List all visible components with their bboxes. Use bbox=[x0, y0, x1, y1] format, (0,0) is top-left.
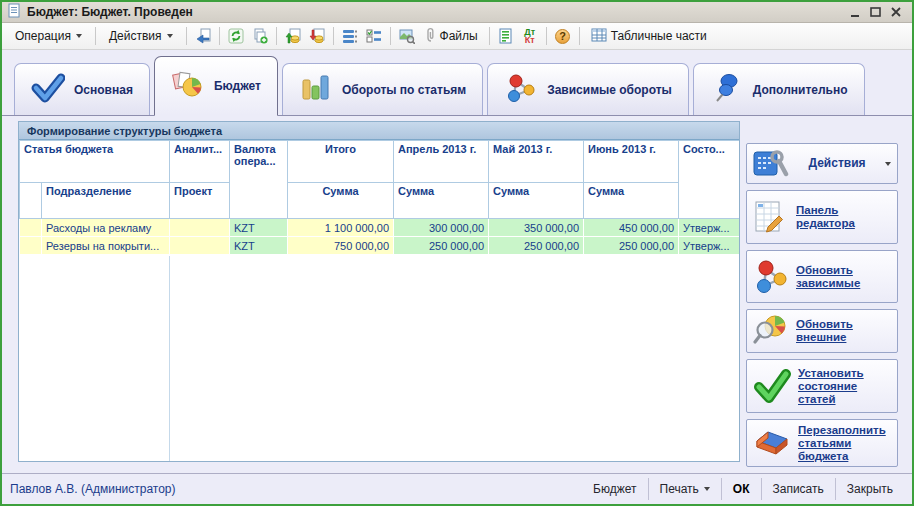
table-row: Расходы на рекламу KZT 1 100 000,00 300 … bbox=[20, 219, 740, 237]
operation-menu-button[interactable]: Операция bbox=[7, 25, 90, 47]
actions-panel-label: Действия bbox=[808, 157, 865, 170]
article-cell[interactable]: Расходы на рекламу bbox=[42, 219, 170, 237]
column-guide-line bbox=[169, 256, 170, 461]
tab-zavisimye-oboroty[interactable]: Зависимые обороты bbox=[487, 63, 689, 115]
project-cell[interactable] bbox=[170, 237, 230, 255]
credit-label: Кт bbox=[524, 36, 535, 44]
tab-dopolnitelno[interactable]: Дополнительно bbox=[693, 63, 865, 115]
currency-cell[interactable]: KZT bbox=[230, 237, 288, 255]
column-header-may-sum[interactable]: Сумма bbox=[489, 183, 584, 219]
chevron-down-icon bbox=[167, 34, 173, 38]
app-window: Бюджет: Бюджет. Проведен Операция Действ… bbox=[0, 0, 914, 506]
state-cell[interactable]: Утверж... bbox=[679, 237, 739, 255]
close-button[interactable]: Закрыть bbox=[835, 478, 904, 500]
minimize-icon[interactable] bbox=[850, 7, 862, 18]
column-header-total-sum[interactable]: Сумма bbox=[288, 183, 394, 219]
tab-label: Зависимые обороты bbox=[547, 83, 672, 97]
row-marker-cell[interactable] bbox=[20, 219, 42, 237]
total-cell[interactable]: 1 100 000,00 bbox=[288, 219, 394, 237]
actions-menu-button[interactable]: Действия bbox=[101, 25, 181, 47]
column-header-state[interactable]: Состо... bbox=[679, 141, 739, 219]
save-button[interactable]: Записать bbox=[761, 478, 835, 500]
project-cell[interactable] bbox=[170, 219, 230, 237]
column-header-marker[interactable] bbox=[20, 183, 42, 219]
report-document-icon[interactable] bbox=[495, 25, 517, 47]
column-header-may[interactable]: Май 2013 г. bbox=[489, 141, 584, 183]
toolbar-separator bbox=[95, 27, 96, 45]
debit-credit-icon[interactable]: Дт Кт bbox=[519, 25, 541, 47]
column-header-total[interactable]: Итого bbox=[288, 141, 394, 183]
june-cell[interactable]: 450 000,00 bbox=[584, 219, 679, 237]
print-button[interactable]: Печать bbox=[648, 478, 721, 500]
april-cell[interactable]: 250 000,00 bbox=[394, 237, 489, 255]
article-cell[interactable]: Резервы на покрыти... bbox=[42, 237, 170, 255]
may-cell[interactable]: 250 000,00 bbox=[489, 237, 584, 255]
refresh-external-button[interactable]: Обновить внешние bbox=[746, 309, 898, 353]
toolbar-separator bbox=[579, 27, 580, 45]
column-header-department[interactable]: Подразделение bbox=[42, 183, 170, 219]
files-button[interactable]: Файлы bbox=[420, 24, 484, 49]
toolbar-separator bbox=[219, 27, 220, 45]
ok-button[interactable]: ОК bbox=[721, 478, 761, 500]
april-cell[interactable]: 300 000,00 bbox=[394, 219, 489, 237]
maximize-icon[interactable] bbox=[870, 7, 882, 18]
refill-articles-button[interactable]: Перезаполнить статьями бюджета bbox=[746, 419, 898, 467]
column-header-april[interactable]: Апрель 2013 г. bbox=[394, 141, 489, 183]
copy-add-icon[interactable] bbox=[249, 25, 271, 47]
help-icon[interactable]: ? bbox=[552, 25, 574, 47]
chevron-down-icon bbox=[704, 487, 710, 491]
column-header-april-sum[interactable]: Сумма bbox=[394, 183, 489, 219]
group-box-title: Формирование структуры бюджета bbox=[19, 122, 739, 140]
form-buttons: Бюджет Печать ОК Записать Закрыть bbox=[582, 478, 904, 500]
bar-chart-icon bbox=[299, 73, 333, 106]
fill-in-coins-icon[interactable] bbox=[282, 25, 304, 47]
toolbar-separator bbox=[489, 27, 490, 45]
document-icon bbox=[8, 3, 22, 22]
set-state-label: Установить состояние статей bbox=[798, 367, 891, 406]
refresh-icon[interactable] bbox=[225, 25, 247, 47]
state-cell[interactable]: Утверж... bbox=[679, 219, 739, 237]
actions-menu-label: Действия bbox=[109, 29, 162, 43]
tab-osnovnaya[interactable]: Основная bbox=[14, 63, 150, 115]
column-header-june[interactable]: Июнь 2013 г. bbox=[584, 141, 679, 183]
column-header-project[interactable]: Проект bbox=[170, 183, 230, 219]
tab-oboroty-po-statyam[interactable]: Обороты по статьям bbox=[282, 63, 483, 115]
budget-button[interactable]: Бюджет bbox=[582, 478, 647, 500]
window-title: Бюджет: Бюджет. Проведен bbox=[27, 5, 845, 19]
table-parts-button[interactable]: Табличные части bbox=[585, 24, 713, 49]
may-cell[interactable]: 350 000,00 bbox=[489, 219, 584, 237]
close-icon[interactable] bbox=[890, 7, 902, 18]
table-row: Резервы на покрыти... KZT 750 000,00 250… bbox=[20, 237, 740, 255]
editor-panel-icon bbox=[753, 199, 789, 235]
actions-panel-button[interactable]: Действия bbox=[746, 143, 898, 184]
budget-table: Статья бюджета Аналит... Валюта опера...… bbox=[19, 140, 739, 461]
image-preview-icon[interactable] bbox=[396, 25, 418, 47]
checkmark-icon bbox=[31, 73, 65, 106]
editor-panel-button[interactable]: Панель редактора bbox=[746, 190, 898, 244]
side-panel: Действия Панель редактора Обновить завис… bbox=[746, 143, 898, 467]
status-bar: Павлов А.В. (Администратор) Бюджет Печат… bbox=[2, 473, 912, 504]
reread-document-icon[interactable] bbox=[192, 25, 214, 47]
budget-pie-icon bbox=[171, 70, 205, 103]
toolbar-separator bbox=[276, 27, 277, 45]
column-header-june-sum[interactable]: Сумма bbox=[584, 183, 679, 219]
budget-structure-group: Формирование структуры бюджета Статья бю… bbox=[18, 121, 740, 462]
checkbox-settings-icon[interactable] bbox=[363, 25, 385, 47]
pushpin-icon bbox=[710, 73, 744, 106]
tab-budget[interactable]: Бюджет bbox=[154, 56, 278, 116]
currency-cell[interactable]: KZT bbox=[230, 219, 288, 237]
tab-label: Дополнительно bbox=[753, 83, 848, 97]
toolbar-separator bbox=[186, 27, 187, 45]
toolbar-separator bbox=[333, 27, 334, 45]
june-cell[interactable]: 250 000,00 bbox=[584, 237, 679, 255]
move-out-coins-icon[interactable] bbox=[306, 25, 328, 47]
column-header-currency[interactable]: Валюта опера... bbox=[230, 141, 288, 219]
total-cell[interactable]: 750 000,00 bbox=[288, 237, 394, 255]
search-pie-icon bbox=[753, 313, 789, 349]
list-rows-icon[interactable] bbox=[339, 25, 361, 47]
row-marker-cell[interactable] bbox=[20, 237, 42, 255]
column-header-article[interactable]: Статья бюджета bbox=[20, 141, 170, 183]
column-header-analytics[interactable]: Аналит... bbox=[170, 141, 230, 183]
set-state-button[interactable]: Установить состояние статей bbox=[746, 359, 898, 413]
refresh-dependent-button[interactable]: Обновить зависимые bbox=[746, 250, 898, 303]
